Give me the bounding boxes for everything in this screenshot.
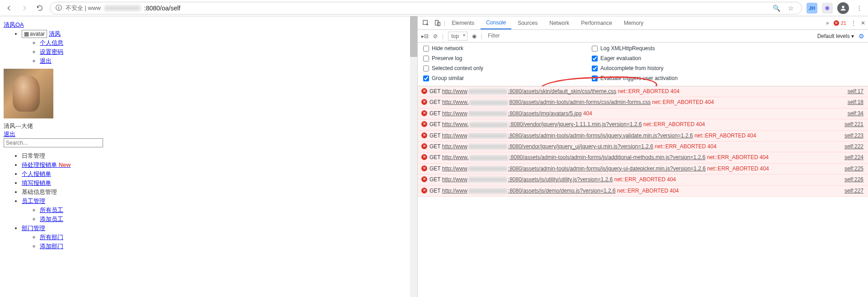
avatar-alt: avatar xyxy=(30,31,45,37)
opt-preserve-log[interactable]: Preserve log xyxy=(423,55,483,61)
nav-all-emp[interactable]: 所有员工 xyxy=(40,207,63,213)
source-link[interactable]: self:227 xyxy=(844,187,863,195)
nav-personal-reimb[interactable]: 个人报销单 xyxy=(22,170,51,177)
nav-fill-reimb[interactable]: 填写报销单 xyxy=(22,179,51,186)
new-badge: New xyxy=(59,161,71,168)
opt-eval-trigger[interactable]: Evaluate triggers user activation xyxy=(592,75,678,81)
source-link[interactable]: self:221 xyxy=(844,121,863,128)
source-link[interactable]: self:222 xyxy=(844,143,863,151)
user-label: 清风---大佬 xyxy=(4,122,414,130)
error-icon: ✕ xyxy=(421,88,427,94)
opt-autocomplete[interactable]: Autocomplete from history xyxy=(592,65,678,71)
opt-group-similar[interactable]: Group similar xyxy=(423,75,483,81)
nav-daily: 日常管理 xyxy=(22,152,414,160)
back-button[interactable] xyxy=(4,3,14,14)
menu-password[interactable]: 设置密码 xyxy=(40,48,63,55)
tab-elements[interactable]: Elements xyxy=(446,16,480,29)
chrome-menu-icon[interactable]: ⋮ xyxy=(854,3,864,14)
reload-button[interactable] xyxy=(34,3,45,14)
console-error-row[interactable]: ✕ GET http://www:8080/assets/skin/defaul… xyxy=(418,86,868,97)
tab-sources[interactable]: Sources xyxy=(512,16,543,29)
nav-all-dept[interactable]: 所有部门 xyxy=(40,234,63,240)
address-bar[interactable]: ⓘ 不安全 | www :8080/oa/self 🔍 ☆ xyxy=(50,2,802,14)
console-error-row[interactable]: ✕ GET http://www.8080/assets/admin-tools… xyxy=(418,97,868,108)
source-link[interactable]: self:224 xyxy=(844,154,863,161)
menu-logout[interactable]: 退出 xyxy=(40,57,52,64)
devtools-tabs: | Elements Console Sources Network Perfo… xyxy=(418,16,868,30)
source-link[interactable]: self:226 xyxy=(844,176,863,184)
avatar-user-link[interactable]: 清风 xyxy=(49,30,61,37)
source-link[interactable]: self:225 xyxy=(844,165,863,173)
console-error-row[interactable]: ✕ GET http://www:8080/vendor/jquery/jque… xyxy=(418,141,868,152)
bookmark-icon[interactable]: ☆ xyxy=(785,3,796,14)
filter-input[interactable] xyxy=(487,32,813,40)
log-levels[interactable]: Default levels ▾ xyxy=(817,33,854,39)
context-selector[interactable]: top xyxy=(448,32,467,41)
tab-console[interactable]: Console xyxy=(481,16,511,29)
search-icon[interactable]: 🔍 xyxy=(771,3,782,14)
source-link[interactable]: self:17 xyxy=(848,88,863,95)
exit-link[interactable]: 退出 xyxy=(4,131,15,137)
profile-avatar[interactable] xyxy=(837,2,849,14)
nav-pending[interactable]: 待处理报销单 New xyxy=(22,161,71,168)
console-settings: Hide network Preserve log Selected conte… xyxy=(418,42,868,86)
avatar-broken-image: ▦ avatar xyxy=(22,30,47,38)
console-output: ✕ GET http://www:8080/assets/skin/defaul… xyxy=(418,86,868,297)
clear-console-icon[interactable]: ⊘ xyxy=(433,33,438,39)
error-count[interactable]: ✕21 xyxy=(834,20,846,26)
error-icon: ✕ xyxy=(421,121,427,127)
devtools-panel: | Elements Console Sources Network Perfo… xyxy=(417,16,868,297)
nav-add-dept[interactable]: 添加部门 xyxy=(40,243,63,250)
tab-network[interactable]: Network xyxy=(544,16,575,29)
console-error-row[interactable]: ✕ GET http://www:8080/assets/js/utility/… xyxy=(418,174,868,185)
console-sidebar-icon[interactable]: ▸⊟ xyxy=(421,33,429,39)
inspect-icon[interactable] xyxy=(420,18,431,28)
tab-performance[interactable]: Performance xyxy=(576,16,618,29)
close-devtools-icon[interactable]: ✕ xyxy=(861,20,865,26)
blurred-domain xyxy=(104,5,141,11)
more-tabs-icon[interactable]: » xyxy=(826,20,829,26)
svg-point-0 xyxy=(842,5,844,8)
tab-memory[interactable]: Memory xyxy=(618,16,649,29)
source-link[interactable]: self:34 xyxy=(848,110,863,118)
broken-image-icon: ▦ xyxy=(24,31,29,37)
console-error-row[interactable]: ✕ GET http://www:8080/assets/js/demo/dem… xyxy=(418,186,868,197)
console-error-row[interactable]: ✕ GET http://www.:8080/assets/admin-tool… xyxy=(418,152,868,163)
device-icon[interactable] xyxy=(432,18,443,28)
page-scrollbar[interactable] xyxy=(410,16,417,297)
search-input[interactable] xyxy=(4,138,103,147)
forward-button[interactable] xyxy=(19,3,30,14)
scrollbar-thumb[interactable] xyxy=(410,16,417,57)
page-content: 清风OA ▦ avatar 清风 个人信息 设置密码 退出 清风---大佬 xyxy=(0,16,417,297)
devtools-menu-icon[interactable]: ⋮ xyxy=(851,20,856,26)
nav-add-emp[interactable]: 添加员工 xyxy=(40,216,63,222)
error-icon: ✕ xyxy=(421,132,427,138)
opt-eager-eval[interactable]: Eager evaluation xyxy=(592,55,678,61)
user-photo xyxy=(4,69,53,118)
error-icon: ✕ xyxy=(421,165,427,171)
console-error-row[interactable]: ✕ GET http://www:8080/assets/admin-tools… xyxy=(418,131,868,141)
nav-emp-mgmt[interactable]: 员工管理 xyxy=(22,198,45,204)
opt-log-xhr[interactable]: Log XMLHttpRequests xyxy=(592,45,678,52)
console-toolbar: ▸⊟ ⊘ | top ◉ | Default levels ▾ ⚙ xyxy=(418,30,868,42)
opt-selected-ctx[interactable]: Selected context only xyxy=(423,65,483,71)
source-link[interactable]: self:223 xyxy=(844,132,863,140)
error-icon: ✕ xyxy=(421,154,427,160)
extension-jh[interactable]: JH xyxy=(807,3,817,14)
console-error-row[interactable]: ✕ GET http://www.:8080/vendor/jquery/jqu… xyxy=(418,119,868,130)
nav-dept-mgmt[interactable]: 部门管理 xyxy=(22,225,45,231)
info-icon: ⓘ xyxy=(56,4,62,12)
extension-rb[interactable]: ◉ xyxy=(822,3,833,14)
error-icon: ✕ xyxy=(421,143,427,149)
security-status: 不安全 | www xyxy=(66,4,101,12)
console-error-row[interactable]: ✕ GET http://www:8080/assets/admin-tools… xyxy=(418,164,868,174)
opt-hide-network[interactable]: Hide network xyxy=(423,45,483,52)
error-icon: ✕ xyxy=(421,176,427,182)
menu-profile[interactable]: 个人信息 xyxy=(40,39,63,46)
console-error-row[interactable]: ✕ GET http://www:8080/assets/img/avatars… xyxy=(418,108,868,119)
source-link[interactable]: self:18 xyxy=(848,99,863,106)
gear-icon[interactable]: ⚙ xyxy=(859,33,864,40)
live-expression-icon[interactable]: ◉ xyxy=(472,33,476,39)
browser-toolbar: ⓘ 不安全 | www :8080/oa/self 🔍 ☆ JH ◉ ⋮ xyxy=(0,0,868,16)
brand-link[interactable]: 清风OA xyxy=(4,21,24,28)
